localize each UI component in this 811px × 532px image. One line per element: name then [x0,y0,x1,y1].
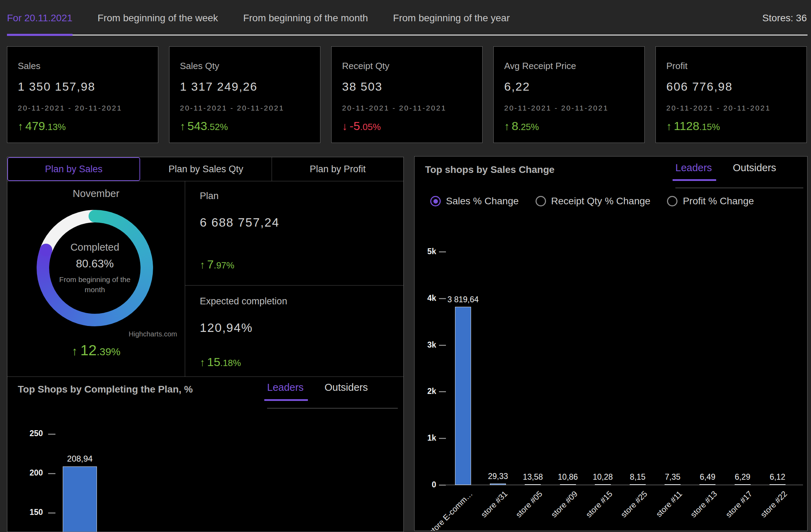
kpi-period: 20-11-2021 - 20-11-2021 [342,104,472,112]
y-axis-tick-mark [439,438,446,439]
stores-count: Stores: 36 [762,13,811,24]
trend-up-icon: ↑ [180,120,185,132]
kpi-card-2: Receipt Qty 38 503 20-11-2021 - 20-11-20… [331,46,483,143]
kpi-change: ↑1128.15% [666,119,796,133]
plan-tabbar: Plan by Sales Plan by Sales Qty Plan by … [7,157,403,181]
bar-store-#05[interactable] [525,484,541,485]
topbar-tab-3[interactable]: From beginning of the year [393,0,510,36]
sales-change-panel: Top shops by Sales Change Leaders Outsid… [414,156,808,531]
plan-label: Plan [200,191,389,202]
y-axis-tick-label: 2k [415,387,436,396]
expected-label: Expected completion [200,296,389,307]
y-axis-tick-mark [439,345,446,346]
kpi-row: Sales 1 350 157,98 20-11-2021 - 20-11-20… [7,46,807,143]
y-axis-tick-label: 200 [17,468,43,478]
plan-panel: Plan by Sales Plan by Sales Qty Plan by … [7,157,404,532]
highcharts-credits-link[interactable]: Highcharts.com [129,330,177,338]
kpi-title: Sales Qty [180,61,310,71]
kpi-value: 606 776,98 [666,80,796,93]
bar-store-#22[interactable] [770,484,786,485]
y-axis-tick-mark [48,512,55,514]
trend-up-icon: ↑ [200,357,205,368]
trend-down-icon: ↓ [342,120,348,132]
kpi-change: ↑543.52% [180,119,310,133]
gauge-center-value: 80.63% [76,257,114,270]
y-axis-tick-label: 4k [415,294,436,303]
kpi-change: ↓-5.05% [342,119,472,133]
topbar-tab-2[interactable]: From beginning of the month [243,0,368,36]
kpi-card-4: Profit 606 776,98 20-11-2021 - 20-11-202… [655,46,807,143]
y-axis-tick-mark [439,485,446,486]
gauge-arc-end-cap [40,244,52,256]
kpi-title: Profit [666,61,796,71]
y-axis-tick-mark [439,391,446,392]
kpi-title: Sales [18,61,147,71]
kpi-period: 20-11-2021 - 20-11-2021 [18,104,147,112]
y-axis-tick-label: 250 [17,429,43,438]
bar-value-label: 208,94 [55,454,104,464]
gauge-center-subtitle: From beginning of the month [58,274,131,295]
dashboard: For 20.11.2021 From beginning of the wee… [0,0,811,532]
bar-value-label: 6,12 [750,472,805,482]
trend-up-icon: ↑ [200,259,205,271]
plan-change: ↑7.97% [200,258,234,271]
plan-gauge-center: Completed 80.63% From beginning of the m… [49,222,141,314]
y-axis-tick-mark [48,473,55,474]
plan-values-column: Plan 6 688 757,24 ↑7.97% Expected comple… [185,181,403,377]
plan-tab-0[interactable]: Plan by Sales [7,157,140,181]
trend-up-icon: ↑ [71,344,77,358]
y-axis-tick-label: 150 [17,508,43,517]
topbar-tab-1[interactable]: From beginning of the week [98,0,218,36]
gauge-arc-start-cap [89,210,101,222]
sales-change-chart: 5k4k3k2k1k03 819,64store E-comm…29,33sto… [415,157,807,531]
plan-completion-chart-section: Top Shops by Completing the Plan, % Lead… [7,377,403,532]
kpi-card-0: Sales 1 350 157,98 20-11-2021 - 20-11-20… [7,46,158,143]
kpi-period: 20-11-2021 - 20-11-2021 [666,104,796,112]
kpi-value: 38 503 [342,80,472,93]
plan-completion-chart: 250200150208,94 [7,377,403,532]
bar-store-#17[interactable] [735,484,751,485]
y-axis-tick-label: 3k [415,340,436,350]
trend-up-icon: ↑ [666,120,672,132]
y-axis-tick-label: 0 [415,480,436,489]
period-tabbar: For 20.11.2021 From beginning of the wee… [0,0,811,36]
plan-gauge-column: November Completed 80.63% From beginning… [7,181,185,377]
kpi-value: 1 317 249,26 [180,80,310,93]
kpi-value: 6,22 [504,80,634,93]
kpi-period: 20-11-2021 - 20-11-2021 [180,104,310,112]
bar-completing-plan[interactable] [63,466,97,532]
kpi-value: 1 350 157,98 [18,80,147,93]
plan-value: 6 688 757,24 [200,215,389,229]
expected-completion-block: Expected completion 120,94% ↑15.18% [185,286,403,377]
y-axis-tick-mark [48,434,55,435]
gauge-change: ↑12.39% [7,342,185,359]
bar-store-E-comm…[interactable] [455,307,471,485]
y-axis-tick-label: 1k [415,433,436,443]
bar-store-#13[interactable] [699,484,715,485]
kpi-card-1: Sales Qty 1 317 249,26 20-11-2021 - 20-1… [169,46,320,143]
y-axis-tick-mark [439,251,446,252]
bar-store-#25[interactable] [630,484,646,485]
bar-store-#15[interactable] [595,484,611,485]
kpi-title: Avg Receipt Price [504,61,634,71]
kpi-card-3: Avg Receipt Price 6,22 20-11-2021 - 20-1… [493,46,645,143]
bar-store-#09[interactable] [560,484,576,485]
plan-block: Plan 6 688 757,24 ↑7.97% [185,181,403,286]
expected-value: 120,94% [200,321,389,335]
kpi-change: ↑8.25% [504,119,634,133]
plan-content: November Completed 80.63% From beginning… [7,181,403,377]
plan-tab-1[interactable]: Plan by Sales Qty [140,157,272,181]
gauge-center-title: Completed [70,242,119,253]
kpi-title: Receipt Qty [342,61,472,71]
trend-up-icon: ↑ [504,120,510,132]
plan-tab-2[interactable]: Plan by Profit [272,157,403,181]
gauge-month-label: November [7,188,185,199]
expected-change: ↑15.18% [200,355,241,369]
bar-store-#11[interactable] [665,484,681,485]
bar-value-label: 3 819,64 [435,295,491,304]
bar-store-#31[interactable] [490,484,506,485]
kpi-change: ↑479.13% [18,119,147,133]
topbar-tab-0[interactable]: For 20.11.2021 [7,0,73,36]
trend-up-icon: ↑ [18,120,23,132]
plan-gauge-donut[interactable]: Completed 80.63% From beginning of the m… [37,210,153,326]
